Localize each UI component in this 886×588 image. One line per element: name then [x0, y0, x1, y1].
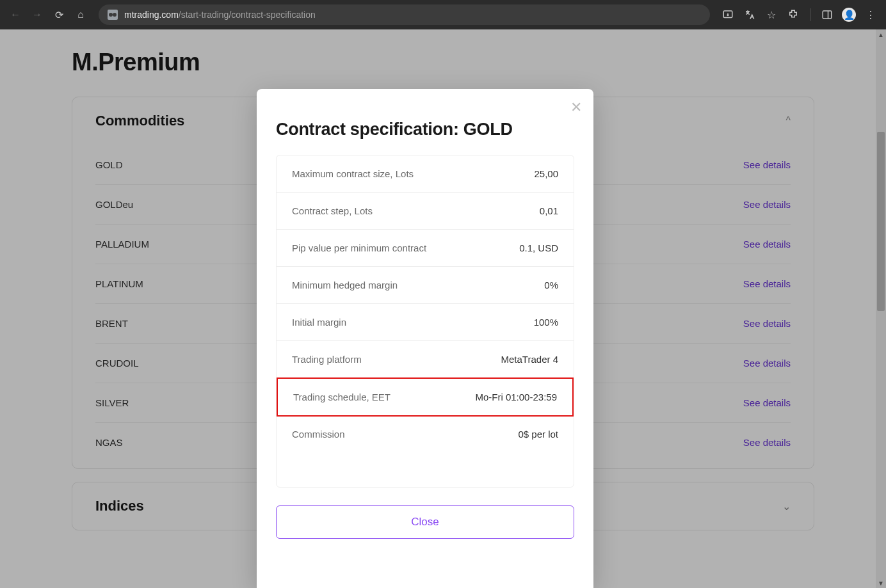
spec-label: Commission	[292, 429, 345, 440]
spec-label: Minimum hedged margin	[292, 280, 398, 290]
spec-row-highlighted: Trading schedule, EETMo-Fri 01:00-23:59	[277, 377, 574, 417]
sidepanel-icon[interactable]	[818, 6, 836, 24]
spec-row: Maximum contract size, Lots25,00	[277, 155, 574, 193]
spec-value: 0%	[544, 280, 558, 290]
spec-row: Commission0$ per lot	[277, 416, 574, 452]
spec-row: Pip value per minimum contract0.1, USD	[277, 230, 574, 267]
spec-scroll-area[interactable]: Maximum contract size, Lots25,00Contract…	[276, 155, 574, 488]
menu-button[interactable]: ⋮	[862, 6, 880, 24]
url-text: mtrading.com/start-trading/contract-spec…	[124, 10, 316, 20]
close-button-label: Close	[411, 516, 439, 528]
contract-spec-modal: ✕ Contract specification: GOLD Maximum c…	[257, 89, 593, 588]
address-bar[interactable]: mtrading.com/start-trading/contract-spec…	[99, 4, 710, 25]
spec-label: Maximum contract size, Lots	[292, 168, 414, 179]
spec-value: 0$ per lot	[518, 429, 558, 440]
install-app-icon[interactable]	[719, 6, 737, 24]
spec-row: Minimum hedged margin0%	[277, 267, 574, 304]
spec-value: MetaTrader 4	[501, 354, 558, 365]
reload-button[interactable]: ⟳	[50, 6, 68, 24]
spec-label: Contract step, Lots	[292, 205, 373, 216]
spec-value: 100%	[534, 317, 558, 328]
spec-value: 25,00	[534, 168, 558, 179]
svg-rect-1	[823, 11, 832, 19]
site-info-icon[interactable]	[108, 10, 118, 20]
separator	[810, 8, 810, 21]
forward-button[interactable]: →	[28, 6, 46, 24]
modal-title: Contract specification: GOLD	[257, 89, 593, 155]
profile-button[interactable]: 👤	[840, 6, 858, 24]
close-button[interactable]: Close	[276, 505, 574, 539]
browser-toolbar: ← → ⟳ ⌂ mtrading.com/start-trading/contr…	[0, 0, 886, 29]
home-button[interactable]: ⌂	[72, 6, 90, 24]
close-icon[interactable]: ✕	[570, 99, 582, 116]
spec-value: 0.1, USD	[519, 242, 558, 253]
spec-row: Initial margin100%	[277, 304, 574, 341]
bookmark-icon[interactable]: ☆	[762, 6, 780, 24]
spec-row: Trading platformMetaTrader 4	[277, 341, 574, 378]
spec-label: Initial margin	[292, 317, 346, 328]
extensions-icon[interactable]	[784, 6, 802, 24]
spec-label: Trading schedule, EET	[293, 392, 391, 402]
spec-value: 0,01	[540, 205, 558, 216]
back-button[interactable]: ←	[6, 6, 24, 24]
spec-label: Pip value per minimum contract	[292, 242, 426, 253]
spec-value: Mo-Fri 01:00-23:59	[475, 392, 557, 402]
spec-row: Contract step, Lots0,01	[277, 193, 574, 230]
spec-label: Trading platform	[292, 354, 362, 365]
translate-icon[interactable]	[741, 6, 759, 24]
